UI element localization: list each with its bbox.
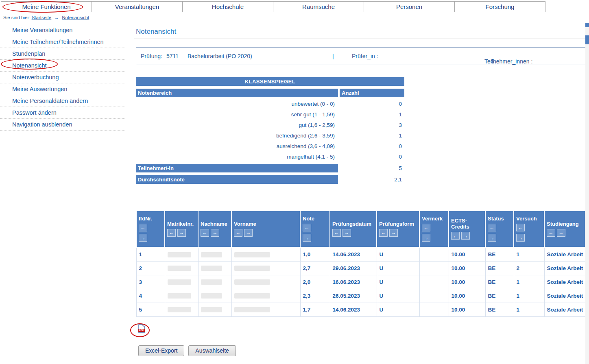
col-header-vermerk: Vermerk ←→: [419, 211, 449, 247]
cell-status: BE: [485, 275, 514, 289]
column-move-left-button[interactable]: ←: [332, 229, 341, 237]
col-header-label: Nachname: [201, 221, 230, 227]
sidebar-item-personaldaten-aendern[interactable]: Meine Personaldaten ändern: [0, 95, 125, 107]
cell-note: 2,0: [300, 275, 330, 289]
breadcrumb-link-notenansicht[interactable]: Notenansicht: [62, 15, 89, 20]
column-move-right-button[interactable]: →: [211, 229, 219, 237]
cell-pruefungsdatum: 26.05.2023: [330, 289, 377, 303]
redacted-nachname: [201, 293, 222, 299]
cell-vorname: [231, 247, 300, 261]
cell-lfdnr: 2: [136, 261, 165, 275]
cell-matrikelnr: [165, 303, 198, 316]
excel-export-button[interactable]: Excel-Export: [138, 345, 184, 356]
sidebar-item-meine-auswertungen[interactable]: Meine Auswertungen: [0, 83, 125, 95]
col-header-label: Vermerk: [422, 216, 447, 222]
column-move-right-button[interactable]: →: [516, 234, 525, 242]
sidebar-item-stundenplan[interactable]: Stundenplan: [0, 48, 125, 60]
scrollbar-up-button[interactable]: [585, 23, 589, 27]
sidebar-item-navigation-ausblenden[interactable]: Navigation ausblenden: [0, 119, 125, 131]
pdf-export-icon[interactable]: PDF: [137, 324, 146, 335]
cell-nachname: [198, 289, 231, 303]
notenbereich-value: ausreichend (3,6 - 4,09): [136, 141, 338, 152]
col-header-label: Matrikelnr.: [167, 221, 196, 227]
col-header-versuch: Versuch ←→: [514, 211, 544, 247]
redacted-nachname: [201, 266, 222, 271]
cell-pruefungsform: U: [377, 261, 419, 275]
column-move-left-button[interactable]: ←: [547, 229, 555, 237]
column-move-left-button[interactable]: ←: [303, 224, 311, 231]
klassenspiegel-row: mangelhaft (4,1 - 5) 0: [136, 152, 589, 162]
column-move-left-button[interactable]: ←: [379, 229, 388, 237]
breadcrumb-divider: [0, 23, 585, 23]
cell-lfdnr: 5: [136, 303, 165, 316]
column-move-left-button[interactable]: ←: [234, 229, 242, 237]
sidebar-item-passwort-aendern[interactable]: Passwort ändern: [0, 107, 125, 119]
cell-status: BE: [485, 247, 514, 261]
column-move-left-button[interactable]: ←: [139, 224, 147, 231]
column-move-left-button[interactable]: ←: [201, 229, 209, 237]
column-move-right-button[interactable]: →: [303, 234, 311, 242]
column-move-left-button[interactable]: ←: [167, 229, 176, 237]
sidebar-item-notenverbuchung[interactable]: Notenverbuchung: [0, 72, 125, 83]
scrollbar-track[interactable]: [585, 23, 589, 364]
teilnehmer-value: 5: [340, 164, 404, 172]
column-move-right-button[interactable]: →: [488, 234, 496, 242]
column-move-left-button[interactable]: ←: [488, 224, 496, 231]
exam-name: Bachelorarbeit (PO 2020): [188, 53, 252, 59]
teilnehmer-label: Teilnehmer/-in: [136, 164, 338, 172]
redacted-vorname: [234, 279, 270, 285]
column-move-right-button[interactable]: →: [244, 229, 253, 237]
auswahlseite-button[interactable]: Auswahlseite: [188, 345, 236, 356]
breadcrumb-prefix: Sie sind hier:: [3, 15, 30, 20]
col-header-studiengang: Studiengang ←→: [544, 211, 585, 247]
tab-veranstaltungen[interactable]: Veranstaltungen: [92, 1, 183, 12]
sidebar-item-notenansicht[interactable]: Notenansicht: [0, 60, 125, 72]
column-move-right-button[interactable]: →: [422, 234, 430, 242]
redacted-vorname: [234, 293, 270, 299]
cell-status: BE: [485, 303, 514, 316]
tab-forschung[interactable]: Forschung: [454, 1, 545, 12]
cell-pruefungsform: U: [377, 275, 419, 289]
column-move-right-button[interactable]: →: [177, 229, 186, 237]
exam-label: Prüfung:: [141, 53, 162, 59]
column-move-left-button[interactable]: ←: [516, 224, 525, 231]
redacted-matrikelnr: [168, 252, 191, 257]
tab-personen[interactable]: Personen: [364, 1, 455, 12]
column-move-right-button[interactable]: →: [389, 229, 398, 237]
cell-pruefungsdatum: 14.06.2023: [330, 303, 377, 316]
redacted-matrikelnr: [168, 266, 191, 271]
scrollbar-thumb[interactable]: [585, 35, 589, 44]
svg-text:PDF: PDF: [139, 329, 144, 331]
klassenspiegel-row: unbewertet (0 - 0) 0: [136, 99, 589, 109]
column-move-left-button[interactable]: ←: [451, 232, 460, 240]
col-header-nachname: Nachname ←→: [198, 211, 231, 247]
tab-hochschule[interactable]: Hochschule: [182, 1, 273, 12]
tab-meine-funktionen[interactable]: Meine Funktionen: [1, 1, 92, 12]
column-move-right-button[interactable]: →: [139, 234, 147, 242]
column-move-right-button[interactable]: →: [342, 229, 351, 237]
col-header-pruefungsdatum: Prüfungsdatum ←→: [330, 211, 377, 247]
sidebar-item-meine-veranstaltungen[interactable]: Meine Veranstaltungen: [0, 24, 125, 36]
durchschnittsnote-label: Durchschnittsnote: [136, 175, 338, 184]
tab-raumsuche[interactable]: Raumsuche: [273, 1, 364, 12]
cell-pruefungsdatum: 29.06.2023: [330, 261, 377, 275]
col-header-label: Prüfungsdatum: [332, 221, 375, 227]
sidebar-item-meine-teilnehmer[interactable]: Meine Teilnehmer/Teilnehmerinnen: [0, 36, 125, 48]
column-move-left-button[interactable]: ←: [422, 224, 430, 231]
cell-status: BE: [485, 261, 514, 275]
cell-matrikelnr: [165, 289, 198, 303]
grade-row: 3 2,0 16.06.2023 U 10.00 BE 1 Soziale Ar…: [136, 275, 585, 289]
cell-studiengang: Soziale Arbeit: [544, 247, 585, 261]
anzahl-value: 0: [340, 99, 404, 109]
cell-lfdnr: 4: [136, 289, 165, 303]
column-move-right-button[interactable]: →: [461, 232, 470, 240]
cell-pruefungsdatum: 14.06.2023: [330, 247, 377, 261]
durchschnitt-summary-row: Durchschnittsnote 2,1: [136, 175, 589, 184]
breadcrumb-link-startseite[interactable]: Startseite: [32, 15, 52, 20]
klassenspiegel-row: sehr gut (1 - 1,59) 1: [136, 109, 589, 120]
durchschnittsnote-value: 2,1: [340, 175, 404, 184]
cell-pruefungsdatum: 16.06.2023: [330, 275, 377, 289]
column-move-right-button[interactable]: →: [557, 229, 565, 237]
cell-versuch: 1: [514, 247, 544, 261]
cell-nachname: [198, 303, 231, 316]
